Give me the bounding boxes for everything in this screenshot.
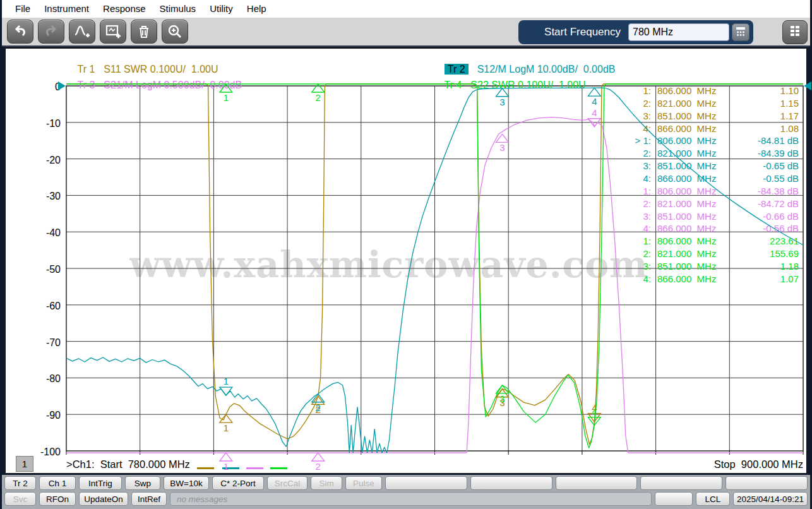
zoom-in-button[interactable] (162, 20, 188, 44)
softkey-empty (470, 476, 552, 490)
channel-status-line: >Ch1: Start 780.000 MHz (66, 458, 190, 470)
softkey-svc: Svc (4, 492, 36, 506)
softkey-ch-1[interactable]: Ch 1 (39, 476, 76, 490)
softkey-rfon[interactable]: RFOn (39, 492, 76, 506)
softkey-empty (556, 476, 638, 490)
channel-select-box[interactable]: 1 (16, 456, 33, 472)
add-trace-button[interactable] (69, 20, 95, 44)
menu-bar: FileInstrumentResponseStimulusUtilityHel… (2, 0, 810, 18)
legend-tr4-id: Tr 4 (445, 80, 462, 90)
start-frequency-input[interactable] (628, 23, 729, 41)
menu-item-response[interactable]: Response (96, 0, 153, 18)
softkey-empty (640, 476, 722, 490)
softkey-row-1: Tr 2Ch 1IntTrigSwpBW=10kC* 2-PortSrcCalS… (3, 476, 809, 491)
softkey-empty (725, 476, 808, 490)
menu-item-file[interactable]: File (8, 0, 37, 18)
undo-button[interactable] (7, 20, 33, 44)
redo-icon (44, 24, 59, 39)
status-strip: Tr 2Ch 1IntTrigSwpBW=10kC* 2-PortSrcCalS… (2, 475, 810, 509)
watermark-text: www.xahxmicrowave.com (129, 243, 812, 287)
legend-tr4-desc: S22 SWR 0.100U/ 1.00U (470, 80, 585, 90)
softkey-pulse: Pulse (345, 476, 382, 490)
window-layout-button[interactable] (782, 20, 808, 44)
softkey-bw-10k[interactable]: BW=10k (164, 476, 209, 490)
softkey-sim: Sim (311, 476, 342, 490)
start-frequency-label: Start Frequency (544, 26, 621, 39)
softkey-inttrig[interactable]: IntTrig (79, 476, 122, 490)
add-channel-icon (105, 23, 121, 40)
menu-item-utility[interactable]: Utility (203, 0, 240, 18)
stop-frequency-label: Stop 900.000 MHz (657, 458, 803, 470)
menu-item-instrument[interactable]: Instrument (37, 0, 96, 18)
keypad-icon (735, 26, 746, 39)
message-field: no messages (170, 492, 652, 506)
active-entry-panel: Start Frequency (518, 20, 753, 44)
menu-item-stimulus[interactable]: Stimulus (153, 0, 203, 18)
add-channel-button[interactable] (100, 20, 126, 44)
softkey-2025-04-14-09-21[interactable]: 2025/04/14-09:21 (733, 492, 808, 506)
undo-icon (13, 24, 28, 39)
add-trace-icon (74, 23, 90, 40)
vna-application-window: FileInstrumentResponseStimulusUtilityHel… (0, 0, 812, 509)
softkey-c-2-port[interactable]: C* 2-Port (212, 476, 264, 490)
delete-icon (136, 24, 152, 39)
redo-button[interactable] (38, 20, 64, 44)
legend-tr3[interactable]: Tr 3S21/M LogM 0.500dB/ 0.00dB (66, 68, 242, 81)
softkey-tr-2[interactable]: Tr 2 (4, 476, 36, 490)
channel-1-plot-window: www.xahxmicrowave.com (5, 48, 807, 474)
keypad-button[interactable] (732, 23, 749, 41)
softkey-updateon[interactable]: UpdateOn (79, 492, 128, 506)
legend-tr3-desc: S21/M LogM 0.500dB/ 0.00dB (104, 80, 242, 90)
softkey-swp[interactable]: Swp (125, 476, 160, 490)
legend-tr3-id: Tr 3 (78, 80, 95, 90)
softkey-empty (655, 492, 693, 506)
legend-tr1[interactable]: Tr 1S11 SWR 0.100U/ 1.00U (66, 52, 218, 65)
legend-tr2-active[interactable]: Tr 2S12/M LogM 10.00dB/ 0.00dB (433, 52, 615, 65)
legend-tr4[interactable]: Tr 4S22 SWR 0.100U/ 1.00U (433, 68, 586, 81)
softkey-empty (385, 476, 467, 490)
softkey-intref[interactable]: IntRef (131, 492, 167, 506)
zoom-in-icon (167, 23, 183, 40)
menu-item-help[interactable]: Help (240, 0, 273, 18)
layout-grid-icon (789, 25, 801, 40)
toolbar: Start Frequency (2, 18, 810, 47)
delete-button[interactable] (131, 20, 157, 44)
softkey-row-2: SvcRFOnUpdateOnIntRefno messagesLCL2025/… (3, 492, 809, 506)
softkey-lcl[interactable]: LCL (696, 492, 730, 506)
softkey-srccal: SrcCal (267, 476, 307, 490)
